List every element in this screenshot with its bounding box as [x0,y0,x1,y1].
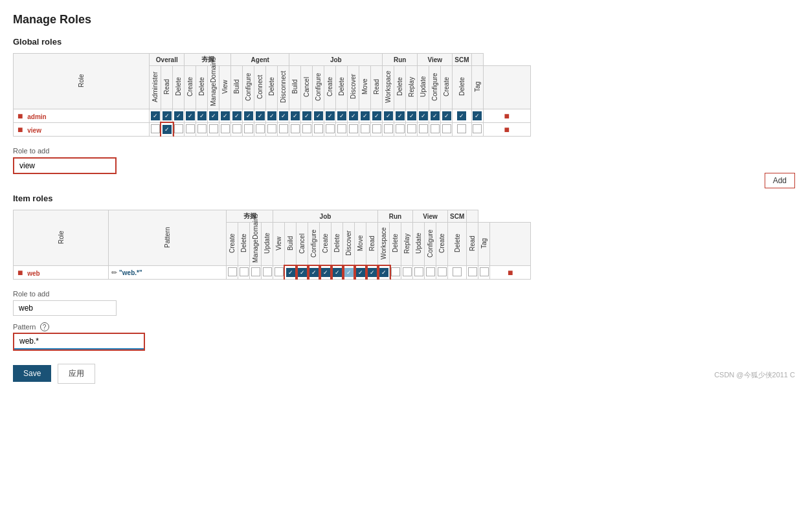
checkbox-cell[interactable] [289,123,301,137]
checkbox-cell[interactable]: ✓ [161,109,173,123]
checkbox-cell[interactable] [250,266,262,280]
checkbox-cell[interactable]: ✓ [441,109,453,123]
delete-icon[interactable]: ■ [16,267,24,278]
checkbox-cell[interactable]: ✓ [208,109,219,123]
checkbox-cell[interactable]: ✓ [301,109,313,123]
checkbox-cell[interactable]: ✓ [266,109,278,123]
checkbox-cell[interactable]: ✓ [355,266,366,280]
delete-icon[interactable]: ■ [16,124,24,135]
checkbox-cell[interactable] [448,266,467,280]
checkbox-cell[interactable]: ✓ [429,109,441,123]
checkbox-cell[interactable]: ✓ [297,266,308,280]
checkbox-cell[interactable]: ✓ [348,109,359,123]
save-button[interactable]: Save [13,365,51,382]
checkbox-cell[interactable] [371,123,383,137]
checkbox-cell[interactable]: ✓ [378,266,390,280]
checkbox-cell[interactable]: ✓ [366,266,378,280]
checkbox-cell[interactable]: ✓ [173,109,185,123]
checkbox-cell[interactable] [467,266,478,280]
apply-button[interactable]: 应用 [58,364,95,384]
checkbox-cell[interactable]: ✓ [150,109,161,123]
checkbox-cell[interactable] [471,123,483,137]
checkbox-cell[interactable] [425,266,436,280]
delete-row-cell[interactable]: ■ [490,266,531,280]
checkbox-cell[interactable]: ✓ [308,266,320,280]
table-row: ■ admin ✓ ✓ ✓ ✓ ✓ ✓ ✓ ✓ ✓ ✓ ✓ ✓ ✓ [14,109,531,123]
role-to-add-input[interactable] [13,157,117,174]
pattern-input[interactable] [14,334,144,349]
checkbox-cell[interactable]: ✓ [219,109,231,123]
pattern-help-icon[interactable]: ? [40,322,49,331]
checkbox-cell[interactable] [401,266,413,280]
checkbox-cell[interactable] [383,123,394,137]
checkbox-cell[interactable]: ✓ [406,109,418,123]
checkbox-cell[interactable] [243,123,254,137]
checkbox-cell[interactable] [301,123,313,137]
checkbox-cell[interactable]: ✓ [185,109,196,123]
checkbox-cell[interactable] [278,123,289,137]
checkbox-cell[interactable]: ✓ [243,109,254,123]
checkbox-cell[interactable]: ✓ [331,266,343,280]
checkbox-cell[interactable]: ✓ [471,109,483,123]
item-col-replay: Replay [401,223,413,266]
checkbox-cell[interactable] [185,123,196,137]
add-role-button[interactable]: Add [765,173,795,188]
checkbox-cell[interactable]: ✓ [313,109,324,123]
delete-row-cell[interactable]: ■ [483,123,531,137]
col-create3: Create [441,66,453,109]
col-delete3: Delete [336,66,348,109]
checkbox-cell[interactable] [436,266,448,280]
checkbox-cell[interactable] [359,123,371,137]
checkbox-cell[interactable]: ✓ [336,109,348,123]
checkbox-cell[interactable]: ✓ [161,123,173,137]
edit-icon[interactable]: ✏ [111,269,117,276]
checkbox-cell[interactable] [254,123,266,137]
checkbox-cell[interactable] [406,123,418,137]
checkbox-cell[interactable] [262,266,273,280]
checkbox-cell[interactable] [324,123,336,137]
pattern-value: "web.*" [119,269,142,276]
checkbox-cell[interactable]: ✓ [196,109,208,123]
checkbox-cell[interactable]: ✓ [343,266,355,280]
checkbox-cell[interactable] [313,123,324,137]
checkbox-cell[interactable]: ✓ [394,109,406,123]
checkbox-cell[interactable] [266,123,278,137]
checkbox-cell[interactable] [478,266,490,280]
checkbox-cell[interactable]: ✓ [289,109,301,123]
checkbox-cell[interactable]: ✓ [324,109,336,123]
checkbox-cell[interactable] [273,266,285,280]
checkbox-cell[interactable]: ✓ [418,109,429,123]
checkbox-cell[interactable] [196,123,208,137]
col-administer: Administer [150,66,161,109]
delete-icon[interactable]: ■ [16,111,24,121]
checkbox-cell[interactable] [238,266,250,280]
checkbox-cell[interactable]: ✓ [231,109,243,123]
checkbox-cell[interactable] [219,123,231,137]
checkbox-cell[interactable] [453,123,471,137]
col-actions [483,66,531,109]
checkbox-cell[interactable] [336,123,348,137]
checkbox-cell[interactable]: ✓ [359,109,371,123]
checkbox-cell[interactable] [390,266,401,280]
checkbox-cell[interactable] [348,123,359,137]
item-role-to-add-input[interactable] [13,300,117,316]
checkbox-cell[interactable] [429,123,441,137]
col-delete2: Delete [266,66,278,109]
checkbox-cell[interactable] [418,123,429,137]
checkbox-cell[interactable] [394,123,406,137]
checkbox-cell[interactable]: ✓ [453,109,471,123]
checkbox-cell[interactable] [173,123,185,137]
checkbox-cell[interactable] [441,123,453,137]
checkbox-cell[interactable]: ✓ [320,266,331,280]
checkbox-cell[interactable]: ✓ [278,109,289,123]
checkbox-cell[interactable]: ✓ [371,109,383,123]
delete-row-cell[interactable]: ■ [483,109,531,123]
checkbox-cell[interactable]: ✓ [254,109,266,123]
checkbox-cell[interactable] [208,123,219,137]
checkbox-cell[interactable]: ✓ [383,109,394,123]
checkbox-cell[interactable] [413,266,425,280]
checkbox-cell[interactable] [227,266,238,280]
checkbox-cell[interactable] [231,123,243,137]
checkbox-cell[interactable] [150,123,161,137]
checkbox-cell[interactable]: ✓ [285,266,297,280]
